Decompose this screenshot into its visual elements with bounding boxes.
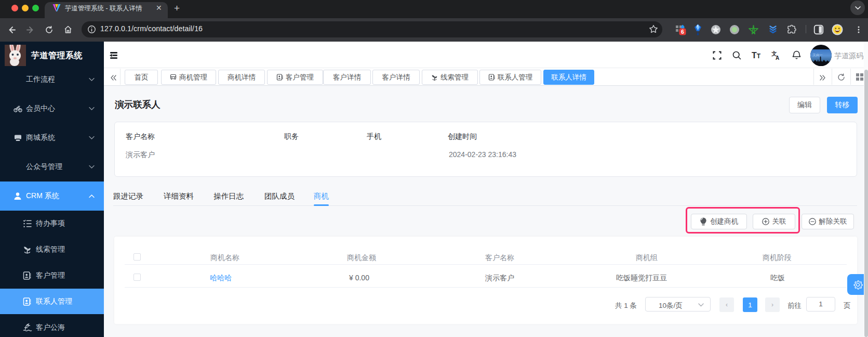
svg-text:A: A — [776, 55, 779, 60]
svg-text:6: 6 — [681, 29, 684, 35]
svg-text:又由一: 又由一 — [812, 53, 823, 57]
